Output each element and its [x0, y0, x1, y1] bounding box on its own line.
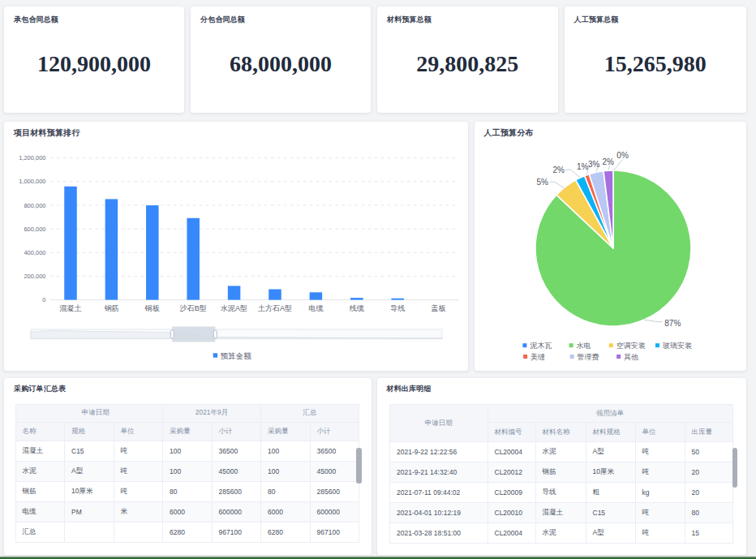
svg-text:钢筋: 钢筋 [104, 304, 118, 312]
svg-text:泥木瓦: 泥木瓦 [529, 342, 552, 350]
svg-text:3%: 3% [587, 160, 599, 169]
svg-text:0: 0 [42, 296, 45, 303]
svg-text:混凝土: 混凝土 [60, 304, 82, 312]
svg-text:87%: 87% [664, 319, 681, 328]
svg-text:水电: 水电 [576, 342, 591, 350]
svg-text:电缆: 电缆 [308, 304, 323, 312]
svg-text:1%: 1% [577, 162, 589, 171]
svg-text:铜板: 铜板 [144, 304, 160, 312]
svg-text:0%: 0% [616, 151, 629, 160]
svg-text:美缝: 美缝 [530, 353, 545, 361]
svg-text:5%: 5% [536, 178, 548, 187]
svg-text:土方石A型: 土方石A型 [258, 304, 292, 312]
svg-text:400,000: 400,000 [24, 249, 45, 256]
svg-text:800,000: 800,000 [24, 202, 45, 209]
svg-text:线缆: 线缆 [350, 304, 364, 312]
svg-text:2%: 2% [602, 157, 614, 166]
svg-text:导线: 导线 [390, 304, 405, 312]
svg-text:水泥A型: 水泥A型 [221, 304, 247, 312]
svg-text:盖板: 盖板 [432, 304, 446, 312]
svg-text:600,000: 600,000 [24, 226, 45, 233]
svg-text:2%: 2% [552, 166, 565, 174]
svg-text:管理费: 管理费 [577, 353, 599, 361]
svg-text:玻璃安装: 玻璃安装 [663, 342, 692, 350]
svg-text:沙石B型: 沙石B型 [179, 304, 207, 312]
svg-text:200,000: 200,000 [24, 273, 45, 280]
svg-text:1,200,000: 1,200,000 [19, 154, 45, 161]
svg-text:其他: 其他 [624, 353, 638, 361]
svg-text:预算金额: 预算金额 [221, 351, 252, 360]
svg-text:空调安装: 空调安装 [616, 342, 645, 350]
svg-text:1,000,000: 1,000,000 [19, 178, 45, 185]
